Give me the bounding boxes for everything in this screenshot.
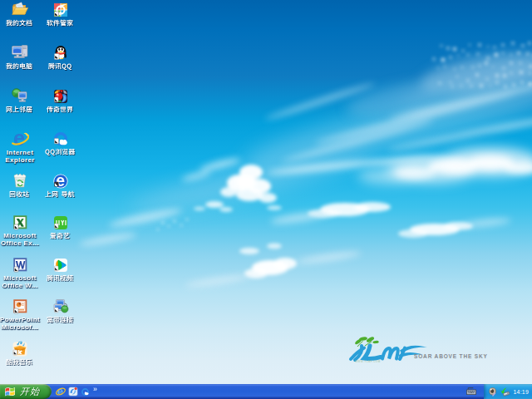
- svg-text:SOAR ABOVE THE SKY: SOAR ABOVE THE SKY: [414, 353, 488, 359]
- svg-text:e: e: [13, 131, 25, 148]
- svg-text:e: e: [56, 173, 65, 190]
- svg-text:WWW.YLMF.COM: WWW.YLMF.COM: [355, 360, 381, 363]
